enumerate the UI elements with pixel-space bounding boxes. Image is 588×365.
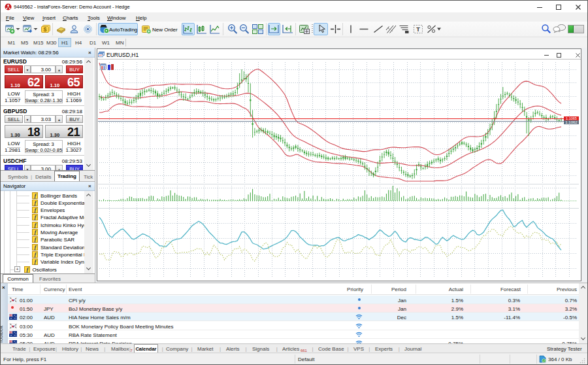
svg-text:T: T xyxy=(416,26,420,33)
svg-text:$: $ xyxy=(43,26,46,33)
